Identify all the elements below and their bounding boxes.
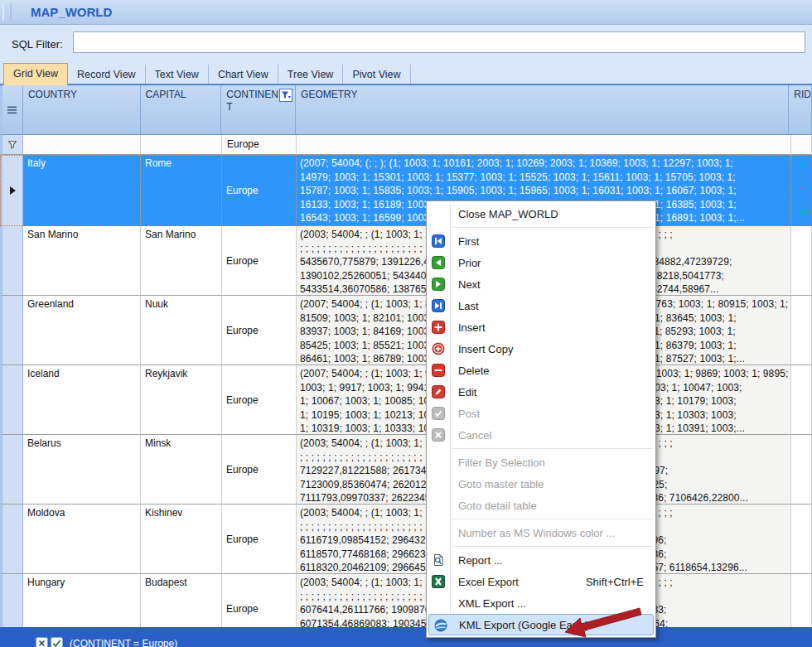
- filter-cell-capital[interactable]: [141, 135, 222, 155]
- cell-country[interactable]: Belarus: [23, 435, 141, 505]
- table-row-iceland[interactable]: Iceland Reykjavik Europe (2007; 54004; ;…: [0, 365, 812, 435]
- cancel-icon: [432, 428, 445, 442]
- cell-capital[interactable]: Nuuk: [141, 296, 222, 365]
- filter-cell-rid[interactable]: [791, 135, 812, 155]
- tab-grid-view[interactable]: Grid View: [3, 63, 68, 85]
- table-row-belarus[interactable]: Belarus Minsk Europe (2003; 54004; ; (1;…: [0, 435, 812, 505]
- menu-separator: [452, 227, 653, 228]
- edit-icon: [432, 385, 445, 398]
- filter-cell-geometry[interactable]: [297, 135, 791, 155]
- cell-country[interactable]: Italy: [23, 155, 141, 226]
- filter-row-indicator: [0, 135, 23, 155]
- menu-item-shortcut: Shift+Ctrl+E: [586, 576, 655, 588]
- menu-separator: [452, 448, 653, 449]
- filter-cell-country[interactable]: [23, 135, 141, 155]
- column-header-label: CONTINENT: [226, 89, 279, 113]
- table-row-greenland[interactable]: Greenland Nuuk Europe (2007; 54004; ; (1…: [0, 296, 812, 365]
- post-icon: [432, 407, 445, 420]
- sql-filter-input[interactable]: [73, 31, 805, 53]
- cell-capital[interactable]: Rome: [141, 155, 222, 226]
- menu-item-label: First: [458, 235, 479, 248]
- table-row-san-marino[interactable]: San Marino San Marino Europe (2003; 5400…: [0, 226, 812, 296]
- cell-country[interactable]: Iceland: [23, 365, 141, 435]
- continent-value: Europe: [226, 394, 259, 406]
- column-header-continent[interactable]: CONTINENT: [221, 85, 296, 135]
- cell-rid[interactable]: [791, 296, 812, 365]
- column-filter-icon[interactable]: [279, 89, 292, 102]
- menu-item-next[interactable]: Next: [427, 273, 655, 295]
- menu-item-first[interactable]: First: [427, 230, 655, 252]
- menu-item-close-map-world[interactable]: Close MAP_WORLD: [427, 203, 655, 225]
- cell-country[interactable]: Moldova: [23, 505, 141, 574]
- column-header-rid[interactable]: RID: [789, 85, 812, 135]
- annotation-arrow-icon: [557, 602, 650, 640]
- close-filter-button[interactable]: [36, 637, 48, 647]
- column-header-country[interactable]: COUNTRY: [23, 85, 141, 135]
- menu-item-label: Report ...: [458, 554, 502, 567]
- row-selector[interactable]: [0, 505, 23, 574]
- menu-item-excel-export[interactable]: Excel Export Shift+Ctrl+E: [427, 571, 655, 592]
- row-selector[interactable]: [0, 155, 23, 226]
- menu-item-label: Goto master table: [458, 478, 544, 490]
- cell-continent[interactable]: Europe: [222, 435, 297, 505]
- next-icon: [432, 278, 445, 291]
- menu-item-label: Goto detail table: [458, 500, 537, 512]
- column-header-geometry[interactable]: GEOMETRY: [296, 85, 789, 135]
- tab-pivot-view[interactable]: Pivot View: [343, 65, 410, 84]
- cell-continent[interactable]: Europe: [222, 155, 297, 226]
- cell-continent[interactable]: Europe: [222, 296, 297, 365]
- menu-item-label: Cancel: [458, 429, 491, 442]
- row-selector[interactable]: [0, 296, 23, 365]
- row-selector[interactable]: [0, 365, 23, 435]
- menu-item-insert[interactable]: Insert: [427, 316, 655, 338]
- drag-grip-icon[interactable]: [2, 3, 12, 21]
- cell-country[interactable]: San Marino: [23, 226, 141, 296]
- insert-icon: [432, 321, 445, 334]
- cell-rid[interactable]: [791, 155, 812, 226]
- menu-item-filter-by-selection: Filter By Selection: [427, 451, 655, 473]
- cell-country[interactable]: Greenland: [23, 296, 141, 365]
- cell-capital[interactable]: Kishinev: [141, 505, 222, 574]
- menu-item-insert-copy[interactable]: Insert Copy: [427, 338, 655, 360]
- menu-item-delete[interactable]: Delete: [427, 360, 655, 381]
- row-selector[interactable]: [0, 435, 23, 505]
- menu-item-cancel: Cancel: [427, 424, 655, 446]
- tab-record-view[interactable]: Record View: [68, 65, 146, 84]
- menu-item-goto-detail-table: Goto detail table: [427, 495, 655, 516]
- grid-options-button[interactable]: [0, 85, 23, 135]
- cell-continent[interactable]: Europe: [222, 226, 297, 296]
- cell-rid[interactable]: [791, 365, 812, 435]
- panel-title-bar: MAP_WORLD: [0, 0, 812, 25]
- menu-item-edit[interactable]: Edit: [427, 381, 655, 403]
- cell-rid[interactable]: [791, 505, 812, 574]
- close-icon: [36, 637, 48, 647]
- tab-chart-view[interactable]: Chart View: [209, 65, 278, 84]
- continent-value: Europe: [226, 185, 259, 196]
- table-row-moldova[interactable]: Moldova Kishinev Europe (2003; 54004; ; …: [0, 505, 812, 574]
- filter-cell-continent[interactable]: Europe: [222, 135, 297, 155]
- tab-text-view[interactable]: Text View: [146, 65, 209, 84]
- sql-filter-panel: SQL Filter:: [0, 25, 812, 64]
- menu-item-label: Number as MS Windows color ...: [458, 527, 615, 539]
- geometry-line: 14979; 1003; 1; 15301; 1003; 1; 15377; 1…: [300, 171, 789, 185]
- cell-capital[interactable]: San Marino: [141, 226, 222, 296]
- menu-item-last[interactable]: Last: [427, 295, 655, 316]
- menu-item-report[interactable]: Report ...: [427, 549, 655, 571]
- continent-value: Europe: [226, 325, 259, 336]
- menu-item-label: Excel Export: [458, 576, 519, 588]
- cell-capital[interactable]: Minsk: [141, 435, 222, 505]
- continent-value: Europe: [226, 255, 259, 267]
- cell-continent[interactable]: Europe: [222, 505, 297, 574]
- cell-rid[interactable]: [791, 435, 812, 505]
- current-row-indicator-icon: [10, 186, 16, 195]
- filter-enabled-checkbox[interactable]: [51, 637, 63, 647]
- first-icon: [432, 234, 445, 248]
- row-selector[interactable]: [0, 226, 23, 296]
- menu-item-prior[interactable]: Prior: [427, 252, 655, 273]
- tab-tree-view[interactable]: Tree View: [278, 65, 344, 84]
- cell-continent[interactable]: Europe: [222, 365, 297, 435]
- column-header-capital[interactable]: CAPITAL: [141, 85, 222, 135]
- cell-capital[interactable]: Reykjavik: [141, 365, 222, 435]
- table-row-italy[interactable]: Italy Rome Europe (2007; 54004; (; ; ); …: [0, 155, 812, 226]
- cell-rid[interactable]: [791, 226, 812, 296]
